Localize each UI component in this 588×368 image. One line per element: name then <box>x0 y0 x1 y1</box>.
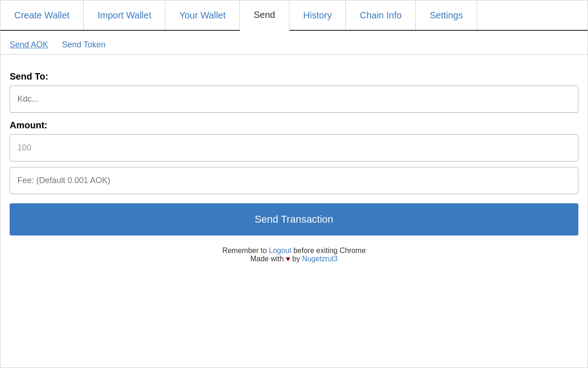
nav-create-wallet[interactable]: Create Wallet <box>0 0 84 30</box>
fee-input[interactable] <box>10 167 578 194</box>
amount-input[interactable] <box>10 134 578 161</box>
heart-icon: ♥ <box>286 255 290 263</box>
footer-made-with-text: Made with <box>250 255 286 263</box>
main-nav: Create Wallet Import Wallet Your Wallet … <box>0 0 588 31</box>
footer-remember-text: Remember to <box>222 247 269 254</box>
footer-exiting-text: before exiting Chrome <box>291 247 366 254</box>
footer: Remember to Logout before exiting Chrome… <box>10 247 578 263</box>
footer-by-text: by <box>290 255 302 263</box>
nav-settings[interactable]: Settings <box>416 0 477 30</box>
nav-send[interactable]: Send <box>240 0 289 31</box>
nav-history[interactable]: History <box>289 0 346 30</box>
amount-label: Amount: <box>10 120 578 131</box>
send-transaction-button[interactable]: Send Transaction <box>10 203 578 236</box>
sub-nav-send-aok[interactable]: Send AOK <box>10 40 48 50</box>
sub-nav-send-token[interactable]: Send Token <box>62 40 106 50</box>
nav-chain-info[interactable]: Chain Info <box>346 0 416 30</box>
send-to-input[interactable] <box>10 86 578 113</box>
main-content: Send To: Amount: Send Transaction Rememb… <box>0 55 588 272</box>
nav-your-wallet[interactable]: Your Wallet <box>165 0 240 30</box>
author-link[interactable]: Nugetzrul3 <box>302 255 338 263</box>
sub-nav: Send AOK Send Token <box>0 31 588 55</box>
logout-link[interactable]: Logout <box>269 247 291 254</box>
nav-import-wallet[interactable]: Import Wallet <box>84 0 165 30</box>
send-to-label: Send To: <box>10 71 578 82</box>
